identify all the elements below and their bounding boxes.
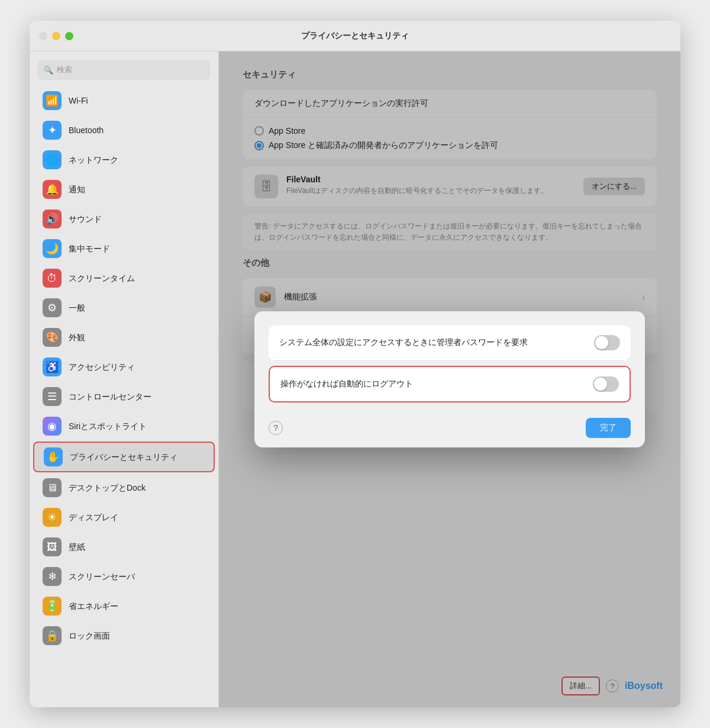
modal-row-admin: システム全体の設定にアクセスするときに管理者パスワードを要求: [269, 326, 631, 360]
sidebar-label-sound: サウンド: [69, 214, 102, 224]
network-icon: 🌐: [43, 150, 62, 169]
sidebar-item-control[interactable]: ☰ コントロールセンター: [33, 382, 215, 411]
sidebar-item-appearance[interactable]: 🎨 外観: [33, 323, 215, 352]
siri-icon: ◉: [43, 417, 62, 436]
sidebar-label-siri: Siriとスポットライト: [69, 421, 147, 431]
wifi-icon: 📶: [43, 91, 62, 110]
sidebar-item-energy[interactable]: 🔋 省エネルギー: [33, 592, 215, 620]
screentime-icon: ⏱: [43, 269, 62, 288]
privacy-icon: ✋: [44, 447, 63, 466]
modal-row-logout: 操作がなければ自動的にログアウト: [269, 366, 631, 402]
traffic-lights: [39, 32, 73, 40]
sidebar-label-screentime: スクリーンタイム: [69, 273, 135, 284]
sidebar-label-accessibility: アクセシビリティ: [69, 362, 135, 372]
sidebar-label-lock: ロック画面: [69, 630, 110, 641]
sidebar-item-lock[interactable]: 🔒 ロック画面: [33, 621, 215, 650]
search-icon: 🔍: [44, 66, 53, 75]
sidebar-item-general[interactable]: ⚙ 一般: [33, 294, 215, 322]
sidebar-item-screensaver[interactable]: ❄ スクリーンセーバ: [33, 562, 215, 591]
maximize-button[interactable]: [65, 32, 73, 40]
sidebar-item-wifi[interactable]: 📶 Wi-Fi: [33, 86, 215, 115]
sidebar-label-desktop: デスクトップとDock: [69, 482, 146, 493]
sidebar-label-screensaver: スクリーンセーバ: [69, 571, 135, 582]
modal-row1-text: システム全体の設定にアクセスするときに管理者パスワードを要求: [279, 337, 594, 348]
sidebar-label-control: コントロールセンター: [69, 391, 151, 402]
sidebar-label-general: 一般: [69, 302, 85, 313]
titlebar: プライバシーとセキュリティ: [30, 21, 680, 51]
modal-footer: ? 完了: [254, 408, 645, 447]
sidebar-label-privacy: プライバシーとセキュリティ: [70, 452, 178, 462]
sidebar-item-siri[interactable]: ◉ Siriとスポットライト: [33, 412, 215, 440]
sidebar-item-focus[interactable]: 🌙 集中モード: [33, 234, 215, 263]
main-window: プライバシーとセキュリティ 🔍 検索 📶 Wi-Fi ✦ Bluetooth 🌐…: [30, 21, 680, 707]
sidebar-item-desktop[interactable]: 🖥 デスクトップとDock: [33, 473, 215, 502]
display-icon: ☀: [43, 508, 62, 527]
screensaver-icon: ❄: [43, 567, 62, 586]
appearance-icon: 🎨: [43, 328, 62, 347]
sidebar-item-notify[interactable]: 🔔 通知: [33, 175, 215, 204]
modal-done-button[interactable]: 完了: [586, 418, 631, 438]
modal-help-icon[interactable]: ?: [269, 421, 283, 435]
sidebar-label-network: ネットワーク: [69, 154, 118, 165]
modal-row2-text: 操作がなければ自動的にログアウト: [280, 379, 593, 389]
close-button[interactable]: [39, 32, 47, 40]
wallpaper-icon: 🖼: [43, 537, 62, 556]
desktop-icon: 🖥: [43, 478, 62, 497]
general-icon: ⚙: [43, 298, 62, 317]
sidebar-item-privacy[interactable]: ✋ プライバシーとセキュリティ: [33, 442, 215, 472]
bluetooth-icon: ✦: [43, 121, 62, 140]
sidebar-item-accessibility[interactable]: ♿ アクセシビリティ: [33, 353, 215, 381]
content-area: 🔍 検索 📶 Wi-Fi ✦ Bluetooth 🌐 ネットワーク 🔔 通知: [30, 51, 680, 707]
lock-icon: 🔒: [43, 626, 62, 645]
search-bar[interactable]: 🔍 検索: [38, 60, 210, 80]
window-title: プライバシーとセキュリティ: [301, 31, 409, 41]
search-placeholder: 検索: [57, 65, 72, 75]
minimize-button[interactable]: [52, 32, 60, 40]
sidebar-item-network[interactable]: 🌐 ネットワーク: [33, 146, 215, 174]
notify-icon: 🔔: [43, 180, 62, 199]
sidebar-label-notify: 通知: [69, 184, 85, 195]
focus-icon: 🌙: [43, 239, 62, 258]
modal-body: システム全体の設定にアクセスするときに管理者パスワードを要求 操作がなければ自動…: [254, 311, 645, 402]
modal-dialog: システム全体の設定にアクセスするときに管理者パスワードを要求 操作がなければ自動…: [254, 311, 645, 447]
accessibility-icon: ♿: [43, 357, 62, 376]
control-icon: ☰: [43, 387, 62, 406]
main-panel: セキュリティ ダウンロードしたアプリケーションの実行許可 App Store A…: [219, 51, 680, 707]
energy-icon: 🔋: [43, 597, 62, 616]
sidebar-item-bluetooth[interactable]: ✦ Bluetooth: [33, 116, 215, 144]
sidebar-label-focus: 集中モード: [69, 243, 110, 254]
sidebar-label-appearance: 外観: [69, 332, 85, 343]
sidebar: 🔍 検索 📶 Wi-Fi ✦ Bluetooth 🌐 ネットワーク 🔔 通知: [30, 51, 219, 707]
toggle-auto-logout[interactable]: [593, 376, 619, 392]
sidebar-item-wallpaper[interactable]: 🖼 壁紙: [33, 533, 215, 561]
sidebar-item-screentime[interactable]: ⏱ スクリーンタイム: [33, 264, 215, 292]
modal-overlay: システム全体の設定にアクセスするときに管理者パスワードを要求 操作がなければ自動…: [219, 51, 680, 707]
sidebar-item-sound[interactable]: 🔊 サウンド: [33, 205, 215, 233]
sidebar-label-display: ディスプレイ: [69, 512, 118, 523]
sidebar-label-energy: 省エネルギー: [69, 601, 118, 611]
sound-icon: 🔊: [43, 210, 62, 228]
sidebar-item-display[interactable]: ☀ ディスプレイ: [33, 503, 215, 531]
sidebar-label-wifi: Wi-Fi: [69, 95, 88, 106]
toggle-admin-password[interactable]: [594, 335, 620, 350]
sidebar-label-wallpaper: 壁紙: [69, 542, 85, 552]
sidebar-label-bluetooth: Bluetooth: [69, 125, 104, 136]
